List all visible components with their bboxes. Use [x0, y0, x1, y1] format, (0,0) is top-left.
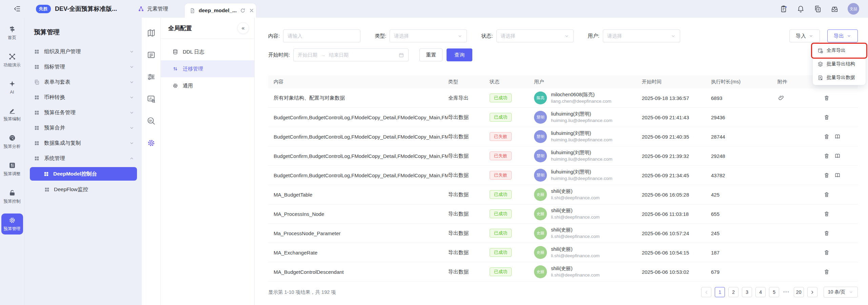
sidebar: 预算管理 组织及用户管理 指标管理 表单与套表 — [24, 18, 142, 305]
table-row: MA_BudgetControlDescendant 导出数据 已成功 史丽sh… — [268, 262, 858, 282]
sidebar-item-org-users[interactable]: 组织及用户管理 — [34, 44, 134, 59]
rail-item-budget-analysis[interactable]: 预算分析 — [1, 131, 23, 152]
page-button-2[interactable]: 2 — [728, 287, 738, 297]
sidebar-item-tasks[interactable]: 预算任务管理 — [34, 105, 134, 120]
reset-button[interactable]: 重置 — [419, 48, 442, 61]
ai-notes-icon[interactable] — [780, 5, 788, 13]
delete-icon[interactable] — [824, 269, 830, 275]
sparkle-icon — [8, 80, 16, 88]
user-filter-select[interactable]: 请选择 — [603, 29, 680, 42]
bell-icon[interactable] — [797, 5, 805, 13]
collapse-panel-button[interactable]: « — [237, 22, 249, 34]
tab-deep-model[interactable]: deep_model_... — [185, 3, 256, 18]
delete-icon[interactable] — [824, 230, 830, 236]
user-name: liuhuiming(刘慧明) — [551, 149, 612, 156]
avatar: 慧明 — [534, 130, 547, 143]
search-button[interactable]: 查询 — [447, 48, 472, 61]
grid-icon — [34, 95, 40, 100]
panel-item-general[interactable]: 通用 — [161, 77, 254, 94]
cell-type: 导出数据 — [448, 249, 490, 256]
map-icon[interactable] — [147, 28, 156, 37]
cell-content: BudgetConfirm,BudgetControlLog,FModelCop… — [268, 134, 448, 140]
sidebar-item-system-mgmt[interactable]: 系统管理 — [34, 151, 134, 166]
menu-item-batch-export-structure[interactable]: 批量导出结构 — [813, 57, 866, 71]
chevron-down-icon — [129, 80, 134, 85]
panel-item-migration[interactable]: 迁移管理 — [161, 60, 254, 77]
user-avatar[interactable]: 文喆 — [848, 3, 859, 15]
log-book-icon[interactable] — [834, 172, 841, 178]
sidebar-item-indicators[interactable]: 指标管理 — [34, 59, 134, 75]
gear-icon[interactable] — [147, 139, 156, 147]
delete-icon[interactable] — [824, 249, 830, 256]
menu-item-batch-export-data[interactable]: 批量导出数据 — [813, 71, 866, 84]
rail-item-home[interactable]: 首页 — [1, 22, 23, 43]
rail-item-budget-control[interactable]: 预算控制 — [1, 186, 23, 207]
cell-duration: 245 — [711, 230, 777, 236]
header-status: 状态 — [490, 79, 534, 85]
page-button-5[interactable]: 5 — [769, 287, 779, 297]
delete-icon[interactable] — [824, 95, 830, 101]
log-book-icon[interactable] — [834, 153, 841, 159]
panel-title: 全局配置 — [168, 24, 192, 32]
page-button-3[interactable]: 3 — [742, 287, 752, 297]
rail-item-demo[interactable]: 功能演示 — [1, 50, 23, 71]
export-button[interactable]: 导出 — [827, 29, 858, 42]
date-range-picker[interactable]: 开始日期 → 结束日期 — [293, 48, 409, 61]
status-badge: 已成功 — [490, 94, 512, 102]
status-filter-select[interactable]: 请选择 — [496, 29, 574, 42]
page-size-select[interactable]: 10 条/页 — [824, 287, 858, 298]
ql-search-icon[interactable] — [147, 117, 156, 125]
panel-item-ddl-log[interactable]: DDL 日志 — [161, 43, 254, 60]
import-button[interactable]: 导入 — [789, 29, 820, 42]
rail-item-ai[interactable]: AI — [1, 77, 23, 97]
pagination: 1 2 3 4 5 ••• 20 10 条/页 — [701, 287, 858, 298]
refresh-icon[interactable] — [240, 8, 245, 13]
documents-icon[interactable] — [814, 5, 822, 13]
avatar: 慧明 — [534, 149, 547, 162]
type-filter-select[interactable]: 请选择 — [390, 29, 467, 42]
sidebar-item-merge[interactable]: 预算合并 — [34, 120, 134, 136]
header-content: 内容 — [268, 79, 448, 85]
menu-item-full-db-export[interactable]: 全库导出 — [813, 44, 866, 57]
cell-content: BudgetConfirm,BudgetControlLog,FModelCop… — [268, 115, 448, 120]
delete-icon[interactable] — [824, 153, 830, 159]
close-icon[interactable] — [249, 8, 254, 13]
next-page-button[interactable] — [807, 287, 817, 297]
sliders-icon[interactable] — [147, 73, 156, 81]
sidebar-item-forms[interactable]: 表单与套表 — [34, 75, 134, 90]
results-summary: 显示第 1-10 项结果，共 192 项 — [268, 289, 336, 296]
delete-icon[interactable] — [824, 211, 830, 217]
workspace-badge: 先胜 — [36, 5, 51, 13]
rail-item-budget-adjust[interactable]: 预算调整 — [1, 159, 23, 180]
sidebar-item-label: 指标管理 — [44, 63, 65, 70]
nav-element-management[interactable]: 元素管理 — [138, 5, 168, 13]
chevron-down-icon — [809, 34, 813, 38]
chart-search-icon[interactable] — [147, 95, 156, 103]
sidebar-subitem-deepflow-monitor[interactable]: DeepFlow监控 — [34, 182, 134, 197]
delete-icon[interactable] — [824, 172, 830, 178]
rail-item-budget-edit[interactable]: 预算编制 — [1, 104, 23, 125]
paperclip-icon[interactable] — [778, 95, 811, 101]
chevron-up-icon — [129, 156, 134, 161]
page-button-1[interactable]: 1 — [715, 287, 725, 297]
page-button-last[interactable]: 20 — [794, 287, 804, 297]
page-ellipsis[interactable]: ••• — [783, 290, 790, 294]
downloads-tray-icon[interactable] — [831, 5, 839, 13]
sidebar-item-data-integration[interactable]: 数据集成与复制 — [34, 136, 134, 151]
page-button-4[interactable]: 4 — [755, 287, 766, 297]
delete-icon[interactable] — [824, 134, 830, 140]
form-card-icon[interactable] — [147, 50, 156, 59]
collapse-sidebar-icon[interactable] — [14, 5, 21, 13]
workspace-title[interactable]: DEV-全面预算标准版... — [55, 5, 117, 13]
delete-icon[interactable] — [824, 114, 830, 120]
sidebar-subitem-deepmodel-console[interactable]: DeepModel控制台 — [30, 167, 137, 181]
avatar: 陈亮 — [534, 92, 547, 104]
rail-item-budget-admin[interactable]: 预算管理 — [1, 214, 23, 235]
delete-icon[interactable] — [824, 191, 830, 198]
content-filter-input[interactable] — [283, 29, 360, 42]
range-arrow: → — [321, 52, 326, 58]
avatar: 慧明 — [534, 169, 547, 182]
log-book-icon[interactable] — [834, 134, 841, 140]
prev-page-button[interactable] — [701, 287, 711, 297]
sidebar-item-currency[interactable]: 币种转换 — [34, 90, 134, 105]
